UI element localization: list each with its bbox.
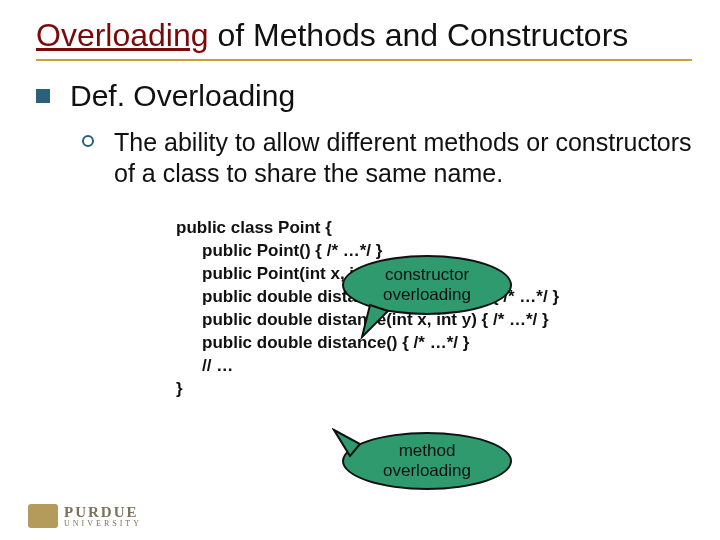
bullet-level1: Def. Overloading bbox=[36, 79, 692, 113]
code-line: } bbox=[176, 379, 183, 398]
circle-bullet-icon bbox=[82, 135, 94, 147]
title-highlight: Overloading bbox=[36, 17, 209, 53]
callout-constructor-overloading: constructor overloading bbox=[342, 255, 512, 315]
code-line: public double distance() { /* …*/ } bbox=[176, 332, 692, 355]
code-line: public class Point { bbox=[176, 218, 332, 237]
title-rule bbox=[36, 59, 692, 61]
callout-line: overloading bbox=[383, 461, 471, 481]
logo-mark-icon bbox=[28, 504, 58, 528]
callout-line: method bbox=[399, 441, 456, 461]
logo-name: PURDUE bbox=[64, 504, 139, 520]
square-bullet-icon bbox=[36, 89, 50, 103]
logo-sub: UNIVERSITY bbox=[64, 519, 142, 528]
callout-line: constructor bbox=[385, 265, 469, 285]
logo-text: PURDUE UNIVERSITY bbox=[64, 504, 142, 528]
code-line: // … bbox=[176, 355, 692, 378]
page-title: Overloading of Methods and Constructors bbox=[36, 18, 692, 53]
bullet2-text: The ability to allow different methods o… bbox=[114, 127, 692, 188]
svg-marker-0 bbox=[362, 305, 388, 337]
purdue-logo: PURDUE UNIVERSITY bbox=[28, 504, 142, 528]
bullet-level2: The ability to allow different methods o… bbox=[82, 127, 692, 188]
title-rest: of Methods and Constructors bbox=[209, 17, 629, 53]
callout-tail-icon bbox=[360, 301, 400, 341]
svg-marker-1 bbox=[334, 430, 360, 456]
callout-tail-icon bbox=[332, 428, 368, 458]
bullet1-text: Def. Overloading bbox=[70, 79, 295, 113]
callout-method-overloading: method overloading bbox=[342, 432, 512, 490]
